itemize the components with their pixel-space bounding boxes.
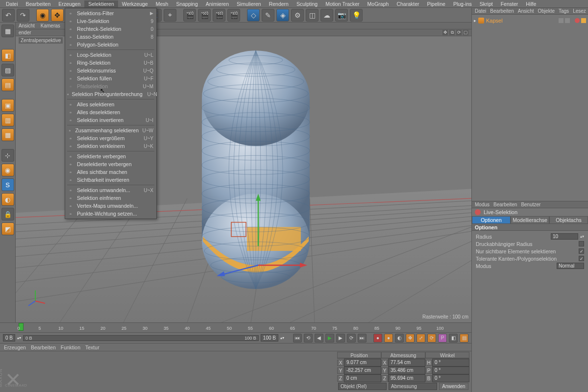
texture-mode-icon[interactable]: ▨ (1, 64, 14, 76)
subtab-optionen[interactable]: Optionen (472, 216, 511, 224)
matmgr-tab-textur[interactable]: Textur (85, 344, 99, 350)
snap-icon[interactable]: S (1, 178, 14, 191)
modus-select[interactable]: Normal (557, 263, 584, 269)
menu-item-selektion-invertieren[interactable]: ▫Selektion invertierenU~I (65, 116, 156, 124)
dim-input[interactable]: 95.694 cm (388, 374, 425, 382)
menu-item-deselektierte-verbergen[interactable]: ▫Deselektierte verbergen (65, 160, 156, 168)
objmgr-tab-tags[interactable]: Tags (559, 8, 569, 14)
menu-bearbeiten[interactable]: Bearbeiten (22, 0, 55, 7)
menu-rendern[interactable]: Rendern (265, 0, 293, 7)
coords-mode-select[interactable]: Objekt (Rel) (338, 383, 387, 390)
visibility-bot-icon[interactable] (565, 18, 570, 23)
apply-button[interactable]: Anwenden (439, 383, 468, 390)
matmgr-tab-erzeugen[interactable]: Erzeugen (4, 344, 26, 350)
attr-tab-bearbeiten[interactable]: Bearbeiten (493, 202, 517, 207)
subdiv-icon[interactable]: ◈ (276, 9, 289, 22)
frame-start-field[interactable]: 0 B (3, 334, 15, 342)
timeline-ruler[interactable]: 0510152025303540455055606570758085909510… (0, 323, 471, 333)
render-pv-icon[interactable]: 🎬 (213, 9, 225, 22)
goto-start-icon[interactable]: ⏮ (293, 334, 302, 343)
play-icon[interactable]: ▶ (325, 334, 334, 343)
object-name[interactable]: Kapsel (486, 18, 503, 24)
objmgr-tab-bearbeiten[interactable]: Bearbeiten (490, 8, 514, 14)
menu-skript[interactable]: Skript (476, 0, 497, 7)
tweak-mode-icon[interactable]: ◉ (1, 164, 14, 176)
menu-hilfe[interactable]: Hilfe (522, 0, 540, 7)
polygon-mode-icon[interactable]: ▦ (1, 128, 14, 141)
timeline-range-slider[interactable]: 0 B 100 B (23, 335, 259, 341)
menu-item-selektion-einfrieren[interactable]: ▫Selektion einfrieren (65, 194, 156, 202)
viewport-tab-kameras[interactable]: Kameras (41, 23, 60, 28)
model-mode-icon[interactable]: ◧ (1, 49, 14, 62)
cube-primitive-icon[interactable]: ◇ (247, 9, 260, 22)
render-region-icon[interactable]: 🎬 (198, 9, 211, 22)
menu-item-punkte-wichtung-setzen-[interactable]: ▫Punkte-Wichtung setzen... (65, 210, 156, 218)
render-view-icon[interactable]: 🎬 (183, 9, 196, 22)
scale-key-icon[interactable]: ⤢ (416, 334, 425, 343)
layer-dot-icon[interactable] (575, 18, 580, 23)
pos-input[interactable]: 9.077 cm (344, 359, 381, 367)
menu-item-sichtbarkeit-invertieren[interactable]: ▫Sichtbarkeit invertieren (65, 176, 156, 184)
menu-snapping[interactable]: Snapping (172, 0, 201, 7)
vp-zoom-icon[interactable]: ⧉ (449, 30, 455, 35)
menu-item-vertex-maps-umwandeln-[interactable]: ▫Vertex-Maps umwandeln... (65, 202, 156, 210)
step-back-icon[interactable]: ◀ (315, 334, 323, 343)
objmgr-tab-lesez[interactable]: Lesez (573, 8, 586, 14)
menu-fenster[interactable]: Fenster (497, 0, 522, 7)
generator-icon[interactable]: ⚙ (291, 9, 304, 22)
pen-icon[interactable]: ✎ (262, 9, 274, 22)
spinner-icon[interactable]: ▴▾ (280, 336, 284, 340)
pla-key-icon[interactable]: ◧ (449, 334, 458, 343)
menu-item-selektierte-verbergen[interactable]: ▫Selektierte verbergen (65, 152, 156, 160)
pos-input[interactable]: -82.257 cm (344, 367, 381, 374)
menu-item-alles-deselektieren[interactable]: ▫Alles deselektieren (65, 108, 156, 116)
menu-simulieren[interactable]: Simulieren (233, 0, 265, 7)
menu-item-selektion-vergr-ern[interactable]: ▫Selektion vergrößernU~Y (65, 134, 156, 142)
menu-item-selektion-verkleinern[interactable]: ▫Selektion verkleinernU~K (65, 142, 156, 150)
step-fwd-icon[interactable]: ▶ (336, 334, 345, 343)
menu-animieren[interactable]: Animieren (202, 0, 233, 7)
viewport-solo-icon[interactable]: ◩ (1, 222, 14, 235)
objmgr-tab-objekte[interactable]: Objekte (538, 8, 555, 14)
record-key-icon[interactable]: ● (373, 334, 382, 343)
sicht-checkbox[interactable]: ✓ (579, 248, 584, 254)
matmgr-tab-funktion[interactable]: Funktion (61, 344, 80, 350)
angle-input[interactable]: 0 ° (432, 367, 469, 374)
move-tool-icon[interactable]: ✥ (51, 9, 64, 22)
druck-checkbox[interactable] (579, 241, 584, 246)
menu-plug-ins[interactable]: Plug-ins (449, 0, 476, 7)
goto-key-next-icon[interactable]: ⟳ (347, 334, 356, 343)
environment-icon[interactable]: ☁ (320, 9, 333, 22)
coords-dim-select[interactable]: Abmessung (389, 383, 437, 390)
goto-end-icon[interactable]: ⏭ (358, 334, 367, 343)
angle-input[interactable]: 0 ° (432, 374, 469, 382)
radius-input[interactable]: 10 (551, 233, 578, 240)
dim-input[interactable]: 77.54 cm (388, 359, 425, 367)
make-editable-icon[interactable]: ▦ (1, 24, 14, 37)
menu-item-lasso-selektion[interactable]: ▫Lasso-Selektion8 (65, 33, 156, 41)
param-key-icon[interactable]: P (438, 334, 447, 343)
dim-input[interactable]: 35.486 cm (388, 367, 425, 374)
menu-motion tracker[interactable]: Motion Tracker (321, 0, 363, 7)
menu-werkzeuge[interactable]: Werkzeuge (118, 0, 152, 7)
deformer-icon[interactable]: ◫ (306, 9, 318, 22)
menu-item-ring-selektion[interactable]: ▫Ring-SelektionU~B (65, 59, 156, 67)
coord-sys-icon[interactable]: ⌖ (164, 9, 176, 22)
angle-input[interactable]: 0 ° (432, 359, 469, 367)
menu-erzeugen[interactable]: Erzeugen (54, 0, 84, 7)
attr-tab-benutzer[interactable]: Benutzer (521, 202, 540, 207)
tol-checkbox[interactable]: ✓ (579, 256, 584, 261)
objmgr-tab-datei[interactable]: Datei (475, 8, 486, 14)
attr-tab-modus[interactable]: Modus (475, 202, 490, 207)
point-mode-icon[interactable]: ▣ (1, 99, 14, 112)
spinner-icon[interactable]: ▴▾ (580, 234, 584, 239)
workplane-icon[interactable]: ▤ (1, 78, 14, 91)
menu-item-rechteck-selektion[interactable]: ▫Rechteck-Selektion0 (65, 25, 156, 33)
phong-tag-icon[interactable] (581, 18, 586, 23)
menu-item-loop-selektion[interactable]: ▫Loop-SelektionU~L (65, 51, 156, 59)
menu-charakter[interactable]: Charakter (392, 0, 423, 7)
light-icon[interactable]: 💡 (350, 9, 363, 22)
vp-max-icon[interactable]: ▢ (463, 30, 468, 35)
frame-end-field[interactable]: 100 B (261, 334, 278, 342)
menu-item-alles-sichtbar-machen[interactable]: ▫Alles sichtbar machen (65, 168, 156, 176)
